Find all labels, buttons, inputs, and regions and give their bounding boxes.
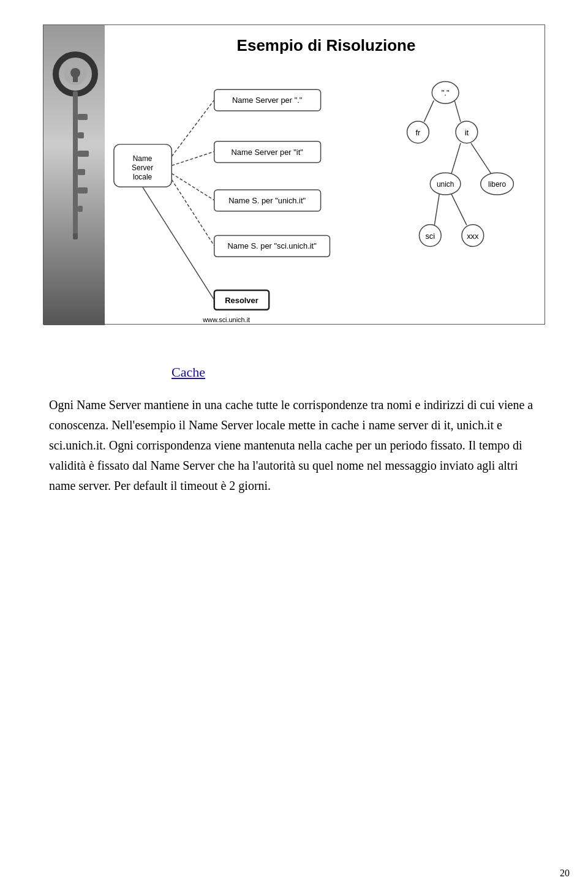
svg-line-26	[172, 152, 214, 166]
cache-heading[interactable]: Cache	[172, 361, 539, 383]
svg-line-46	[471, 143, 491, 174]
svg-text:libero: libero	[488, 180, 506, 189]
svg-line-27	[172, 173, 214, 200]
svg-rect-5	[73, 91, 78, 238]
svg-text:sci: sci	[425, 231, 435, 241]
svg-text:fr: fr	[416, 128, 421, 137]
svg-rect-11	[78, 206, 83, 212]
svg-rect-10	[78, 187, 88, 194]
diagram-container: Esempio di Risoluzione Name Server local…	[43, 24, 545, 325]
dns-diagram: Name Server locale Name Server per "." N…	[108, 67, 545, 325]
svg-line-28	[172, 179, 214, 246]
svg-text:unich: unich	[437, 180, 454, 189]
svg-rect-4	[73, 76, 78, 82]
svg-line-48	[451, 194, 467, 225]
svg-line-25	[172, 100, 214, 156]
svg-text:it: it	[465, 128, 469, 137]
body-content: Cache Ogni Name Server mantiene in una c…	[37, 361, 551, 496]
svg-line-47	[434, 194, 439, 225]
svg-text:".": "."	[442, 88, 450, 97]
svg-rect-7	[78, 132, 84, 138]
svg-text:Resolver: Resolver	[225, 296, 258, 305]
svg-rect-6	[78, 114, 88, 120]
page-number: 20	[560, 868, 570, 879]
svg-text:Name Server per "it": Name Server per "it"	[232, 148, 304, 157]
svg-text:Name Server per ".": Name Server per "."	[232, 96, 303, 105]
svg-line-45	[451, 143, 461, 174]
svg-line-44	[454, 100, 461, 122]
svg-line-52	[143, 187, 214, 300]
key-image	[43, 25, 105, 325]
svg-text:Name S. per "sci.unich.it": Name S. per "sci.unich.it"	[227, 241, 317, 250]
diagram-section: Esempio di Risoluzione Name Server local…	[37, 24, 551, 325]
svg-text:Name S. per "unich.it": Name S. per "unich.it"	[228, 196, 306, 205]
diagram-title: Esempio di Risoluzione	[108, 36, 545, 55]
svg-rect-9	[78, 169, 85, 175]
svg-rect-12	[73, 233, 78, 239]
svg-text:Name: Name	[133, 154, 153, 163]
svg-line-43	[424, 100, 434, 122]
body-paragraph: Ogni Name Server mantiene in una cache t…	[49, 395, 539, 496]
svg-rect-8	[78, 151, 89, 157]
svg-text:Server: Server	[132, 164, 153, 172]
svg-text:locale: locale	[133, 173, 152, 181]
diagram-right: Esempio di Risoluzione Name Server local…	[108, 25, 545, 324]
svg-text:xxx: xxx	[467, 231, 479, 241]
svg-text:www.sci.unich.it: www.sci.unich.it	[202, 316, 250, 323]
page: Esempio di Risoluzione Name Server local…	[0, 0, 588, 891]
